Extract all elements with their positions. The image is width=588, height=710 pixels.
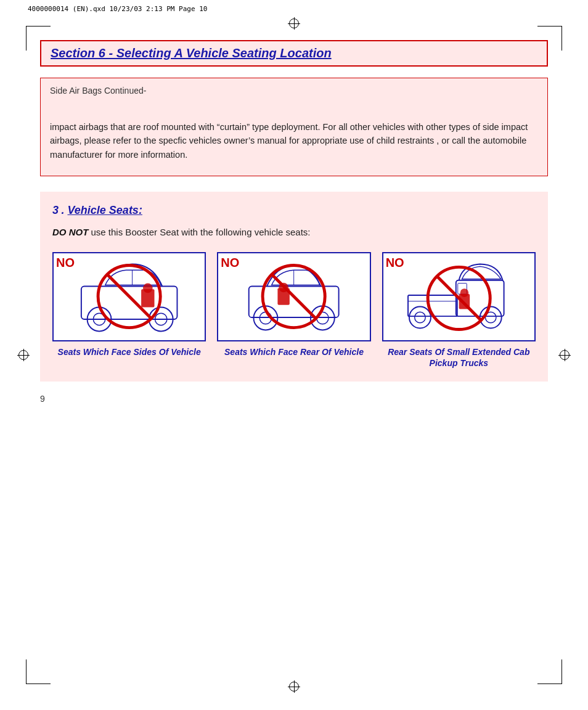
vehicle-seats-number: 3 [52,204,59,216]
corner-mark-tl-v [26,26,27,51]
no-badge-sides: NO [56,256,75,270]
car-rear-svg [218,253,369,340]
images-row: NO [52,252,536,370]
vehicle-seats-dot: . [61,204,67,216]
side-airbags-body: impact airbags that are roof mounted wit… [50,120,538,161]
image-item-truck: NO [382,252,536,370]
car-sides-svg [54,253,205,340]
corner-mark-tr-h [537,26,562,27]
do-not-text: DO NOT use this Booster Seat with the fo… [52,226,536,240]
corner-mark-bl-h [26,683,51,684]
image-caption-truck: Rear Seats Of Small Extended Cab Pickup … [382,346,536,370]
do-not-bold: DO NOT [52,227,88,237]
image-box-sides: NO [52,252,206,341]
no-badge-rear: NO [221,256,239,270]
image-box-rear: NO [217,252,370,341]
image-item-rear: NO [217,252,370,358]
main-content: Section 6 - Selecting A Vehicle Seating … [40,40,548,670]
corner-mark-br-v [561,659,562,684]
corner-mark-tl-h [26,26,51,27]
vehicle-seats-title: Vehicle Seats: [67,204,142,216]
svg-point-29 [460,288,468,297]
image-caption-sides: Seats Which Face Sides Of Vehicle [58,346,201,358]
truck-svg [383,253,534,340]
section-title: Section 6 - Selecting A Vehicle Seating … [51,46,332,60]
vehicle-seats-heading: 3 . Vehicle Seats: [52,204,536,217]
corner-mark-br-h [537,683,562,684]
page-number: 9 [40,394,548,404]
side-airbags-title: Side Air Bags Continued- [50,86,538,96]
svg-line-31 [436,275,481,320]
crosshair-top [288,17,300,30]
header-text: 4000000014 (EN).qxd 10/23/03 2:13 PM Pag… [28,5,207,13]
svg-point-7 [143,283,153,293]
crosshair-right [558,349,571,361]
side-airbags-box: Side Air Bags Continued- impact airbags … [40,78,548,176]
corner-mark-tr-v [561,26,562,51]
vehicle-seats-section: 3 . Vehicle Seats: DO NOT use this Boost… [40,192,548,382]
section-title-box: Section 6 - Selecting A Vehicle Seating … [40,40,548,67]
svg-point-24 [414,312,425,323]
no-badge-truck: NO [386,256,404,270]
image-box-truck: NO [382,252,536,341]
image-item-sides: NO [52,252,206,358]
crosshair-bottom [288,680,300,693]
image-caption-rear: Seats Which Face Rear Of Vehicle [224,346,364,358]
crosshair-left [17,349,30,361]
do-not-body: use this Booster Seat with the following… [88,227,310,237]
corner-mark-bl-v [26,659,27,684]
svg-point-23 [409,306,431,328]
